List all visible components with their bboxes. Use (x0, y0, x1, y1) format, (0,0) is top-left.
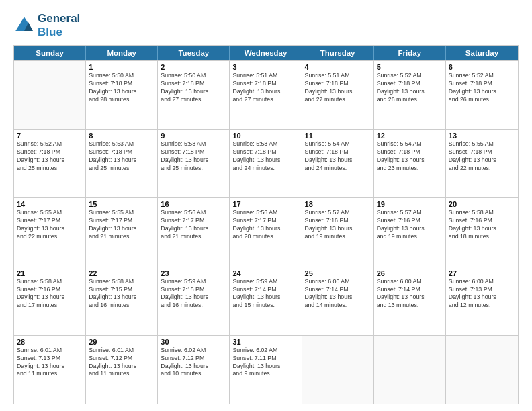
cell-info: Sunrise: 5:52 AM Sunset: 7:18 PM Dayligh… (449, 72, 515, 104)
cal-cell-day-3: 3Sunrise: 5:51 AM Sunset: 7:18 PM Daylig… (230, 61, 302, 129)
cell-day-number: 21 (17, 269, 83, 277)
cell-day-number: 18 (305, 200, 371, 208)
cell-day-number: 23 (161, 269, 226, 277)
cell-info: Sunrise: 5:51 AM Sunset: 7:18 PM Dayligh… (305, 72, 371, 104)
cell-day-number: 22 (89, 269, 154, 277)
cal-cell-day-5: 5Sunrise: 5:52 AM Sunset: 7:18 PM Daylig… (374, 61, 446, 129)
cell-info: Sunrise: 5:57 AM Sunset: 7:16 PM Dayligh… (305, 209, 371, 241)
cell-info: Sunrise: 5:53 AM Sunset: 7:18 PM Dayligh… (161, 140, 226, 173)
cell-info: Sunrise: 6:02 AM Sunset: 7:12 PM Dayligh… (161, 347, 226, 379)
cell-day-number: 28 (17, 338, 83, 346)
calendar-body: 1Sunrise: 5:50 AM Sunset: 7:18 PM Daylig… (14, 60, 518, 404)
cal-cell-day-27: 27Sunrise: 6:00 AM Sunset: 7:13 PM Dayli… (446, 267, 518, 335)
cell-day-number: 29 (89, 338, 154, 346)
cell-day-number: 27 (449, 269, 515, 277)
cal-header-friday: Friday (374, 46, 446, 60)
cell-info: Sunrise: 5:56 AM Sunset: 7:17 PM Dayligh… (161, 209, 226, 241)
cell-info: Sunrise: 5:53 AM Sunset: 7:18 PM Dayligh… (89, 140, 154, 173)
cal-cell-day-17: 17Sunrise: 5:56 AM Sunset: 7:17 PM Dayli… (230, 198, 302, 266)
cal-cell-day-18: 18Sunrise: 5:57 AM Sunset: 7:16 PM Dayli… (302, 198, 374, 266)
cell-day-number: 2 (161, 63, 226, 71)
cell-info: Sunrise: 5:56 AM Sunset: 7:17 PM Dayligh… (232, 209, 298, 241)
cell-info: Sunrise: 5:54 AM Sunset: 7:18 PM Dayligh… (305, 140, 371, 173)
cal-cell-day-8: 8Sunrise: 5:53 AM Sunset: 7:18 PM Daylig… (86, 130, 158, 197)
cal-header-monday: Monday (86, 46, 158, 60)
logo-icon (13, 15, 35, 36)
cell-day-number: 19 (377, 200, 443, 208)
cell-info: Sunrise: 5:59 AM Sunset: 7:14 PM Dayligh… (232, 278, 298, 310)
cal-header-tuesday: Tuesday (158, 46, 230, 60)
cell-day-number: 15 (89, 200, 154, 208)
cal-cell-day-2: 2Sunrise: 5:50 AM Sunset: 7:18 PM Daylig… (158, 61, 230, 129)
cell-day-number: 31 (232, 338, 298, 346)
cal-cell-day-28: 28Sunrise: 6:01 AM Sunset: 7:13 PM Dayli… (14, 336, 86, 404)
cal-week-2: 7Sunrise: 5:52 AM Sunset: 7:18 PM Daylig… (14, 129, 518, 197)
cell-day-number: 11 (305, 132, 371, 140)
cal-cell-day-16: 16Sunrise: 5:56 AM Sunset: 7:17 PM Dayli… (158, 198, 230, 266)
cell-day-number: 10 (232, 132, 298, 140)
cell-info: Sunrise: 6:01 AM Sunset: 7:12 PM Dayligh… (89, 347, 154, 379)
cal-cell-day-30: 30Sunrise: 6:02 AM Sunset: 7:12 PM Dayli… (158, 336, 230, 404)
cell-day-number: 12 (377, 132, 443, 140)
cell-day-number: 5 (377, 63, 443, 71)
cal-cell-day-25: 25Sunrise: 6:00 AM Sunset: 7:14 PM Dayli… (302, 267, 374, 335)
cal-cell-day-11: 11Sunrise: 5:54 AM Sunset: 7:18 PM Dayli… (302, 130, 374, 197)
cal-cell-day-19: 19Sunrise: 5:57 AM Sunset: 7:16 PM Dayli… (374, 198, 446, 266)
cell-info: Sunrise: 5:57 AM Sunset: 7:16 PM Dayligh… (377, 209, 443, 241)
cal-cell-day-24: 24Sunrise: 5:59 AM Sunset: 7:14 PM Dayli… (230, 267, 302, 335)
cal-cell-day-9: 9Sunrise: 5:53 AM Sunset: 7:18 PM Daylig… (158, 130, 230, 197)
cal-cell-day-29: 29Sunrise: 6:01 AM Sunset: 7:12 PM Dayli… (86, 336, 158, 404)
cell-info: Sunrise: 5:55 AM Sunset: 7:17 PM Dayligh… (17, 209, 83, 241)
cell-info: Sunrise: 6:00 AM Sunset: 7:13 PM Dayligh… (449, 278, 515, 310)
cell-info: Sunrise: 5:55 AM Sunset: 7:18 PM Dayligh… (449, 140, 515, 173)
logo: General Blue (13, 12, 80, 38)
cell-day-number: 24 (232, 269, 298, 277)
cell-info: Sunrise: 5:55 AM Sunset: 7:17 PM Dayligh… (89, 209, 154, 241)
page: General Blue SundayMondayTuesdayWednesda… (0, 0, 532, 411)
cell-day-number: 7 (17, 132, 83, 140)
cal-header-wednesday: Wednesday (230, 46, 302, 60)
cell-day-number: 8 (89, 132, 154, 140)
cell-day-number: 20 (449, 200, 515, 208)
cal-cell-day-21: 21Sunrise: 5:58 AM Sunset: 7:16 PM Dayli… (14, 267, 86, 335)
cal-cell-day-23: 23Sunrise: 5:59 AM Sunset: 7:15 PM Dayli… (158, 267, 230, 335)
cell-day-number: 6 (449, 63, 515, 71)
cell-info: Sunrise: 5:51 AM Sunset: 7:18 PM Dayligh… (232, 72, 298, 104)
cell-day-number: 26 (377, 269, 443, 277)
cal-week-5: 28Sunrise: 6:01 AM Sunset: 7:13 PM Dayli… (14, 335, 518, 404)
cal-cell-day-4: 4Sunrise: 5:51 AM Sunset: 7:18 PM Daylig… (302, 61, 374, 129)
cal-cell-day-22: 22Sunrise: 5:58 AM Sunset: 7:15 PM Dayli… (86, 267, 158, 335)
cal-header-sunday: Sunday (14, 46, 86, 60)
cell-info: Sunrise: 5:59 AM Sunset: 7:15 PM Dayligh… (161, 278, 226, 310)
cal-cell-empty (446, 336, 518, 404)
calendar-header: SundayMondayTuesdayWednesdayThursdayFrid… (14, 46, 518, 60)
header: General Blue (13, 12, 519, 38)
cell-day-number: 14 (17, 200, 83, 208)
cal-cell-day-7: 7Sunrise: 5:52 AM Sunset: 7:18 PM Daylig… (14, 130, 86, 197)
calendar: SundayMondayTuesdayWednesdayThursdayFrid… (13, 45, 519, 404)
cell-day-number: 4 (305, 63, 371, 71)
cell-info: Sunrise: 5:52 AM Sunset: 7:18 PM Dayligh… (377, 72, 443, 104)
cell-info: Sunrise: 5:58 AM Sunset: 7:15 PM Dayligh… (89, 278, 154, 310)
cal-cell-day-14: 14Sunrise: 5:55 AM Sunset: 7:17 PM Dayli… (14, 198, 86, 266)
cell-day-number: 3 (232, 63, 298, 71)
cell-day-number: 17 (232, 200, 298, 208)
cal-cell-empty (14, 61, 86, 129)
cell-info: Sunrise: 6:01 AM Sunset: 7:13 PM Dayligh… (17, 347, 83, 379)
cal-header-thursday: Thursday (302, 46, 374, 60)
cal-cell-day-31: 31Sunrise: 6:02 AM Sunset: 7:11 PM Dayli… (230, 336, 302, 404)
cal-cell-day-6: 6Sunrise: 5:52 AM Sunset: 7:18 PM Daylig… (446, 61, 518, 129)
cell-info: Sunrise: 5:50 AM Sunset: 7:18 PM Dayligh… (161, 72, 226, 104)
cell-day-number: 13 (449, 132, 515, 140)
cal-week-1: 1Sunrise: 5:50 AM Sunset: 7:18 PM Daylig… (14, 60, 518, 129)
cell-info: Sunrise: 6:00 AM Sunset: 7:14 PM Dayligh… (377, 278, 443, 310)
cal-cell-day-1: 1Sunrise: 5:50 AM Sunset: 7:18 PM Daylig… (86, 61, 158, 129)
cal-cell-empty (302, 336, 374, 404)
cal-week-3: 14Sunrise: 5:55 AM Sunset: 7:17 PM Dayli… (14, 197, 518, 266)
cal-cell-day-12: 12Sunrise: 5:54 AM Sunset: 7:18 PM Dayli… (374, 130, 446, 197)
cal-cell-day-15: 15Sunrise: 5:55 AM Sunset: 7:17 PM Dayli… (86, 198, 158, 266)
cal-header-saturday: Saturday (446, 46, 518, 60)
cal-cell-empty (374, 336, 446, 404)
cal-cell-day-13: 13Sunrise: 5:55 AM Sunset: 7:18 PM Dayli… (446, 130, 518, 197)
cell-info: Sunrise: 5:58 AM Sunset: 7:16 PM Dayligh… (17, 278, 83, 310)
